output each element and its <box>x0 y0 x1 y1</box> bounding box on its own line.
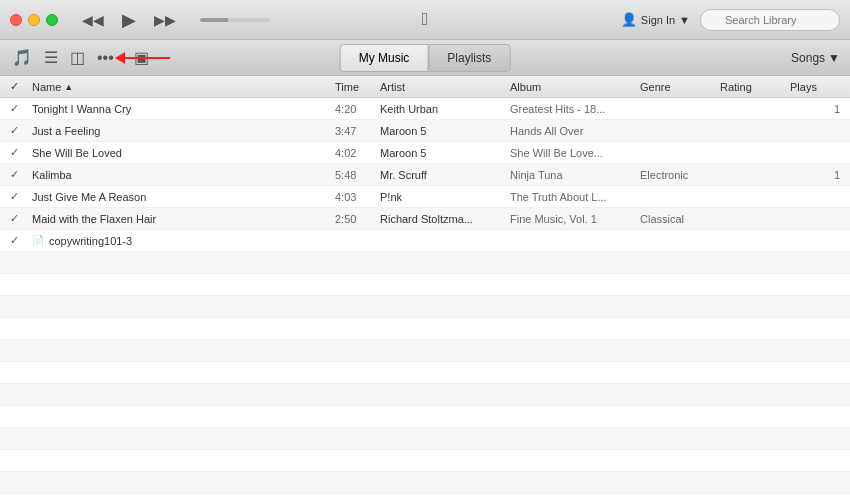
row-time: 3:47 <box>335 125 380 137</box>
more-icon[interactable]: ••• <box>95 47 116 69</box>
volume-slider[interactable] <box>200 18 270 22</box>
th-plays[interactable]: Plays <box>790 81 840 93</box>
play-button[interactable]: ▶ <box>118 9 140 31</box>
row-check[interactable]: ✓ <box>10 190 32 203</box>
row-artist: P!nk <box>380 191 510 203</box>
row-name: 📄 copywriting101-3 <box>32 235 335 247</box>
row-artist: Maroon 5 <box>380 147 510 159</box>
th-genre[interactable]: Genre <box>640 81 720 93</box>
row-check[interactable]: ✓ <box>10 168 32 181</box>
row-name: Tonight I Wanna Cry <box>32 103 335 115</box>
row-time: 2:50 <box>335 213 380 225</box>
playback-controls: ◀◀ ▶ ▶▶ <box>78 9 270 31</box>
row-genre: Electronic <box>640 169 720 181</box>
table-row[interactable]: ✓ She Will Be Loved 4:02 Maroon 5 She Wi… <box>0 142 850 164</box>
user-icon: 👤 <box>621 12 637 27</box>
row-artist: Richard Stoltzma... <box>380 213 510 225</box>
row-check[interactable]: ✓ <box>10 234 32 247</box>
row-time: 5:48 <box>335 169 380 181</box>
sign-in-button[interactable]: 👤 Sign In ▼ <box>621 12 690 27</box>
row-artist: Maroon 5 <box>380 125 510 137</box>
traffic-lights <box>10 14 58 26</box>
row-check[interactable]: ✓ <box>10 102 32 115</box>
table-row[interactable]: ✓ Kalimba 5:48 Mr. Scruff Ninja Tuna Ele… <box>0 164 850 186</box>
row-artist: Keith Urban <box>380 103 510 115</box>
tab-playlists[interactable]: Playlists <box>428 44 510 72</box>
table-header: ✓ Name ▲ Time Artist Album Genre Rating … <box>0 76 850 98</box>
row-album: Greatest Hits - 18... <box>510 103 640 115</box>
toolbar: 🎵 ☰ ◫ ••• ▣ My Music Playlists Songs ▼ <box>0 40 850 76</box>
arrow-head <box>115 52 125 64</box>
row-name: She Will Be Loved <box>32 147 335 159</box>
sort-arrow-icon: ▲ <box>64 82 73 92</box>
row-name: Kalimba <box>32 169 335 181</box>
row-time: 4:02 <box>335 147 380 159</box>
list-view-icon[interactable]: ☰ <box>42 46 60 69</box>
row-check[interactable]: ✓ <box>10 124 32 137</box>
row-plays: 1 <box>790 103 840 115</box>
music-note-icon[interactable]: 🎵 <box>10 46 34 69</box>
table-row[interactable]: ✓ Just a Feeling 3:47 Maroon 5 Hands All… <box>0 120 850 142</box>
row-album: Hands All Over <box>510 125 640 137</box>
th-check[interactable]: ✓ <box>10 80 32 93</box>
row-time: 4:03 <box>335 191 380 203</box>
arrow-line <box>125 57 170 59</box>
maximize-button[interactable] <box>46 14 58 26</box>
empty-row <box>0 450 850 472</box>
empty-row <box>0 252 850 274</box>
table-row[interactable]: ✓ Just Give Me A Reason 4:03 P!nk The Tr… <box>0 186 850 208</box>
empty-row <box>0 274 850 296</box>
th-artist[interactable]: Artist <box>380 81 510 93</box>
row-genre: Classical <box>640 213 720 225</box>
row-time: 4:20 <box>335 103 380 115</box>
search-input[interactable] <box>700 9 840 31</box>
empty-row <box>0 340 850 362</box>
row-name: Maid with the Flaxen Hair <box>32 213 335 225</box>
playlist-doc-icon: 📄 <box>32 235 44 246</box>
songs-label: Songs <box>791 51 825 65</box>
th-rating[interactable]: Rating <box>720 81 790 93</box>
table-row[interactable]: ✓ Maid with the Flaxen Hair 2:50 Richard… <box>0 208 850 230</box>
row-check[interactable]: ✓ <box>10 212 32 225</box>
monitor-icon[interactable]: ◫ <box>68 46 87 69</box>
songs-menu[interactable]: Songs ▼ <box>791 51 840 65</box>
row-album: She Will Be Love... <box>510 147 640 159</box>
th-name[interactable]: Name ▲ <box>32 81 335 93</box>
empty-row <box>0 494 850 504</box>
empty-row <box>0 428 850 450</box>
sign-in-label[interactable]: Sign In <box>641 14 675 26</box>
th-album[interactable]: Album <box>510 81 640 93</box>
row-check[interactable]: ✓ <box>10 146 32 159</box>
songs-chevron-icon: ▼ <box>828 51 840 65</box>
arrow-annotation <box>115 52 170 64</box>
chevron-down-icon: ▼ <box>679 14 690 26</box>
table-row[interactable]: ✓ Tonight I Wanna Cry 4:20 Keith Urban G… <box>0 98 850 120</box>
row-plays: 1 <box>790 169 840 181</box>
row-name: Just Give Me A Reason <box>32 191 335 203</box>
row-album: The Truth About L... <box>510 191 640 203</box>
tab-my-music[interactable]: My Music <box>340 44 429 72</box>
tab-bar: My Music Playlists <box>340 44 511 72</box>
empty-row <box>0 472 850 494</box>
row-album: Ninja Tuna <box>510 169 640 181</box>
table-row[interactable]: ✓ 📄 copywriting101-3 <box>0 230 850 252</box>
row-name: Just a Feeling <box>32 125 335 137</box>
rewind-button[interactable]: ◀◀ <box>78 11 108 29</box>
empty-row <box>0 296 850 318</box>
minimize-button[interactable] <box>28 14 40 26</box>
row-album: Fine Music, Vol. 1 <box>510 213 640 225</box>
title-bar: ◀◀ ▶ ▶▶  👤 Sign In ▼ 🔍 <box>0 0 850 40</box>
apple-logo:  <box>422 9 429 30</box>
table-body: ✓ Tonight I Wanna Cry 4:20 Keith Urban G… <box>0 98 850 504</box>
row-artist: Mr. Scruff <box>380 169 510 181</box>
empty-row <box>0 384 850 406</box>
empty-row <box>0 318 850 340</box>
fast-forward-button[interactable]: ▶▶ <box>150 11 180 29</box>
empty-row <box>0 406 850 428</box>
close-button[interactable] <box>10 14 22 26</box>
empty-row <box>0 362 850 384</box>
th-time[interactable]: Time <box>335 81 380 93</box>
music-table: ✓ Name ▲ Time Artist Album Genre Rating … <box>0 76 850 504</box>
